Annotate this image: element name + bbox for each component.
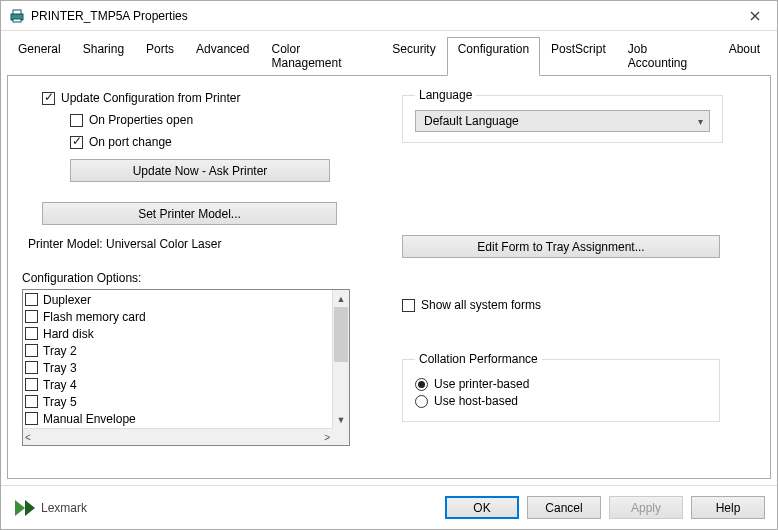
apply-button[interactable]: Apply [609,496,683,519]
scroll-up-icon[interactable]: ▲ [333,290,349,307]
checkbox-icon [25,412,38,425]
edit-form-tray-button[interactable]: Edit Form to Tray Assignment... [402,235,720,258]
update-now-button[interactable]: Update Now - Ask Printer [70,159,330,182]
titlebar: PRINTER_TMP5A Properties [1,1,777,31]
radio-icon [415,378,428,391]
language-select[interactable]: Default Language ▾ [415,110,710,132]
update-config-checkbox[interactable]: Update Configuration from Printer [42,91,372,105]
tab-sharing[interactable]: Sharing [72,37,135,76]
dialog-footer: Lexmark OK Cancel Apply Help [1,485,777,529]
list-item-label: Duplexer [43,293,91,307]
checkbox-icon [42,92,55,105]
configuration-options-listbox[interactable]: Duplexer Flash memory card Hard disk Tra… [22,289,350,446]
checkbox-icon [70,136,83,149]
list-item-label: Hard disk [43,327,94,341]
checkbox-icon [25,378,38,391]
on-properties-open-label: On Properties open [89,113,193,127]
tab-about[interactable]: About [718,37,771,76]
checkbox-icon [25,344,38,357]
tab-postscript[interactable]: PostScript [540,37,617,76]
list-item[interactable]: Hard disk [25,325,330,342]
lexmark-logo-icon [13,497,35,519]
show-all-forms-checkbox[interactable]: Show all system forms [402,298,756,312]
tab-color-management[interactable]: Color Management [260,37,381,76]
collation-printer-radio[interactable]: Use printer-based [415,377,707,391]
tab-advanced[interactable]: Advanced [185,37,260,76]
show-all-forms-label: Show all system forms [421,298,541,312]
tab-job-accounting[interactable]: Job Accounting [617,37,718,76]
list-item-label: Flash memory card [43,310,146,324]
set-printer-model-button[interactable]: Set Printer Model... [42,202,337,225]
tabstrip: General Sharing Ports Advanced Color Man… [1,33,777,76]
list-item[interactable]: Tray 3 [25,359,330,376]
scroll-corner [332,428,349,445]
brand-text: Lexmark [41,501,87,515]
list-item[interactable]: Tray 5 [25,393,330,410]
collation-printer-label: Use printer-based [434,377,529,391]
list-item-label: Tray 5 [43,395,77,409]
collation-group: Collation Performance Use printer-based … [402,352,720,422]
help-button[interactable]: Help [691,496,765,519]
language-value: Default Language [424,114,519,128]
horizontal-scrollbar[interactable]: < > [23,428,332,445]
configuration-options-label: Configuration Options: [22,271,372,285]
list-item-label: Tray 2 [43,344,77,358]
language-group: Language Default Language ▾ [402,88,723,143]
list-item-label: Manual Envelope [43,412,136,426]
collation-host-label: Use host-based [434,394,518,408]
collation-host-radio[interactable]: Use host-based [415,394,707,408]
listbox-items: Duplexer Flash memory card Hard disk Tra… [23,290,332,428]
list-item[interactable]: Manual Envelope [25,410,330,427]
on-port-change-label: On port change [89,135,172,149]
tab-general[interactable]: General [7,37,72,76]
svg-marker-4 [25,500,35,516]
checkbox-icon [25,361,38,374]
list-item[interactable]: Flash memory card [25,308,330,325]
list-item[interactable]: Tray 4 [25,376,330,393]
tab-security[interactable]: Security [381,37,446,76]
checkbox-icon [402,299,415,312]
radio-icon [415,395,428,408]
scroll-thumb[interactable] [334,307,348,362]
vertical-scrollbar[interactable]: ▲ ▼ [332,290,349,428]
checkbox-icon [25,293,38,306]
close-button[interactable] [732,1,777,30]
collation-legend: Collation Performance [415,352,542,366]
checkbox-icon [25,327,38,340]
on-properties-open-checkbox[interactable]: On Properties open [70,113,372,127]
list-item[interactable]: Duplexer [25,291,330,308]
printer-model-text: Printer Model: Universal Color Laser [28,237,372,251]
brand: Lexmark [13,497,437,519]
list-item-label: Tray 4 [43,378,77,392]
svg-marker-3 [15,500,25,516]
checkbox-icon [70,114,83,127]
list-item-label: Tray 3 [43,361,77,375]
printer-icon [9,8,25,24]
svg-rect-2 [13,19,21,22]
update-config-label: Update Configuration from Printer [61,91,240,105]
checkbox-icon [25,310,38,323]
svg-rect-1 [13,10,21,14]
window-title: PRINTER_TMP5A Properties [31,9,732,23]
scroll-right-icon[interactable]: > [324,432,330,443]
tab-panel-configuration: Update Configuration from Printer On Pro… [7,76,771,479]
tab-configuration[interactable]: Configuration [447,37,540,76]
list-item[interactable]: Tray 2 [25,342,330,359]
properties-dialog: PRINTER_TMP5A Properties General Sharing… [0,0,778,530]
scroll-left-icon[interactable]: < [25,432,31,443]
language-legend: Language [415,88,476,102]
tab-ports[interactable]: Ports [135,37,185,76]
scroll-down-icon[interactable]: ▼ [333,411,349,428]
on-port-change-checkbox[interactable]: On port change [70,135,372,149]
ok-button[interactable]: OK [445,496,519,519]
chevron-down-icon: ▾ [698,116,703,127]
cancel-button[interactable]: Cancel [527,496,601,519]
checkbox-icon [25,395,38,408]
